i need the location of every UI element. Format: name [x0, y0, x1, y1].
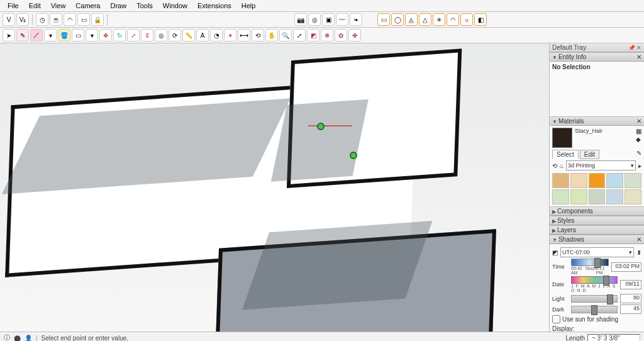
frame-icon[interactable]: ▭ — [77, 13, 90, 26]
tab-edit[interactable]: Edit — [580, 150, 599, 159]
orbit-tool-icon[interactable]: ⟲ — [252, 29, 264, 42]
date-value[interactable]: 09/11 — [620, 280, 641, 289]
walk-icon[interactable]: ◎ — [308, 13, 321, 26]
menu-window[interactable]: Window — [158, 2, 192, 9]
light-ies-icon[interactable]: △ — [419, 13, 431, 26]
sample-paint-icon[interactable]: ✎ — [636, 150, 641, 159]
dark-value[interactable]: 45 — [620, 305, 641, 314]
leaf-icon[interactable]: ❧ — [350, 13, 362, 26]
light-dome-icon[interactable]: ◠ — [447, 13, 459, 26]
material-swatch[interactable] — [625, 189, 641, 204]
back-icon[interactable]: ⟲ — [552, 162, 557, 169]
material-swatch[interactable] — [589, 189, 606, 204]
plugin2-icon[interactable]: ✿ — [335, 29, 347, 42]
rotate-tool-icon[interactable]: ↻ — [113, 29, 126, 42]
eraser-tool-icon[interactable]: ✎ — [16, 29, 29, 42]
vray-settings-icon[interactable]: V₂ — [16, 13, 29, 26]
box-icon[interactable]: ▣ — [322, 13, 335, 26]
material-swatch[interactable] — [552, 189, 569, 204]
tab-select[interactable]: Select — [552, 150, 579, 159]
material-swatch[interactable] — [570, 173, 587, 188]
close-icon[interactable]: ✕ — [636, 53, 641, 60]
plugin1-icon[interactable]: ❋ — [321, 29, 333, 42]
create-material-icon[interactable]: ▦ — [636, 128, 641, 135]
material-swatch[interactable] — [570, 189, 587, 204]
date-slider[interactable] — [571, 276, 618, 284]
camera-icon[interactable]: 📷 — [294, 13, 307, 26]
light-value[interactable]: 80 — [620, 294, 641, 303]
help-icon[interactable]: ⓘ — [4, 333, 10, 341]
default-material-icon[interactable]: ◆ — [636, 136, 641, 143]
menu-camera[interactable]: Camera — [70, 2, 105, 9]
rectangle-tool-icon[interactable]: ▭ — [72, 29, 84, 42]
pin-icon[interactable]: 📌 — [628, 45, 635, 51]
geo-icon[interactable]: ⬤ — [14, 335, 21, 342]
dropdown-icon[interactable]: ▾ — [44, 29, 57, 42]
dome-icon[interactable]: ◠ — [64, 13, 76, 26]
materials-header[interactable]: ▼Materials✕ — [550, 116, 644, 126]
grass-icon[interactable]: 〰 — [336, 13, 348, 26]
render-icon[interactable]: ◷ — [36, 13, 48, 26]
pan-tool-icon[interactable]: ✋ — [265, 29, 278, 42]
light-rectangle-icon[interactable]: ▭ — [377, 13, 390, 26]
text-tool-icon[interactable]: A — [196, 29, 209, 42]
plugin3-icon[interactable]: ✤ — [348, 29, 361, 42]
teapot-icon[interactable]: ☕ — [50, 13, 62, 26]
shadows-header[interactable]: ▼Shadows✕ — [550, 235, 644, 244]
material-swatch[interactable] — [606, 173, 623, 188]
protractor-tool-icon[interactable]: ◔ — [210, 29, 223, 42]
menu-help[interactable]: Help — [236, 2, 261, 9]
components-header[interactable]: ▶Components — [550, 206, 644, 216]
expand-icon[interactable]: ⬍ — [636, 249, 641, 256]
vray-icon[interactable]: V — [3, 13, 15, 26]
offset-tool-icon[interactable]: ◎ — [155, 29, 167, 42]
zoomextents-tool-icon[interactable]: ⤢ — [293, 29, 306, 42]
light-mesh-icon[interactable]: ◧ — [474, 13, 487, 26]
light-sphere-icon[interactable]: ◯ — [391, 13, 404, 26]
person-icon[interactable]: 👤 — [25, 335, 32, 342]
zoom-tool-icon[interactable]: 🔍 — [279, 29, 292, 42]
move-tool-icon[interactable]: ✥ — [99, 29, 112, 42]
dropdown-icon[interactable]: ▾ — [86, 29, 98, 42]
material-swatch[interactable] — [606, 189, 623, 204]
menu-tools[interactable]: Tools — [131, 2, 158, 9]
material-collection-select[interactable]: 3d Printing▾ — [566, 160, 636, 170]
menu-draw[interactable]: Draw — [105, 2, 131, 9]
layers-header[interactable]: ▶Layers — [550, 225, 644, 235]
menu-extensions[interactable]: Extensions — [192, 2, 236, 9]
scale-tool-icon[interactable]: ⤢ — [127, 29, 140, 42]
dim-tool-icon[interactable]: ⟷ — [238, 29, 250, 42]
light-slider[interactable] — [571, 295, 618, 303]
time-slider[interactable] — [571, 259, 609, 266]
tray-header[interactable]: Default Tray 📌✕ — [550, 43, 644, 52]
menu-view[interactable]: View — [46, 2, 71, 9]
home-icon[interactable]: ⌂ — [560, 162, 564, 169]
light-omni-icon[interactable]: ✳ — [433, 13, 445, 26]
paint-tool-icon[interactable]: 🪣 — [58, 29, 70, 42]
material-swatch[interactable] — [589, 173, 606, 188]
details-icon[interactable]: ▸ — [638, 162, 641, 169]
pushpull-tool-icon[interactable]: ⇕ — [141, 29, 153, 42]
dark-slider[interactable] — [571, 306, 618, 313]
close-icon[interactable]: ✕ — [636, 236, 641, 243]
axes-tool-icon[interactable]: ✶ — [224, 29, 236, 42]
3d-viewport[interactable] — [0, 43, 549, 332]
time-value[interactable]: 03:02 PM — [611, 262, 641, 272]
styles-header[interactable]: ▶Styles — [550, 216, 644, 225]
menu-edit[interactable]: Edit — [24, 2, 46, 9]
light-sun-icon[interactable]: ☼ — [460, 13, 473, 26]
light-spot-icon[interactable]: ◬ — [405, 13, 418, 26]
close-icon[interactable]: ✕ — [636, 118, 641, 125]
current-material-swatch[interactable] — [552, 128, 572, 148]
select-tool-icon[interactable]: ➤ — [3, 29, 15, 42]
tape-tool-icon[interactable]: 📏 — [182, 29, 195, 42]
followme-tool-icon[interactable]: ⟳ — [169, 29, 181, 42]
material-swatch[interactable] — [625, 173, 641, 188]
lock-icon[interactable]: 🔒 — [91, 13, 104, 26]
line-tool-icon[interactable]: ／ — [30, 29, 43, 42]
timezone-select[interactable]: UTC-07:00▾ — [560, 247, 634, 257]
measurement-input[interactable]: ~ 3' 3 3/8" — [587, 334, 640, 342]
material-swatch[interactable] — [552, 173, 569, 188]
shadow-toggle-icon[interactable]: ◩ — [552, 249, 558, 256]
section-tool-icon[interactable]: ◩ — [307, 29, 319, 42]
